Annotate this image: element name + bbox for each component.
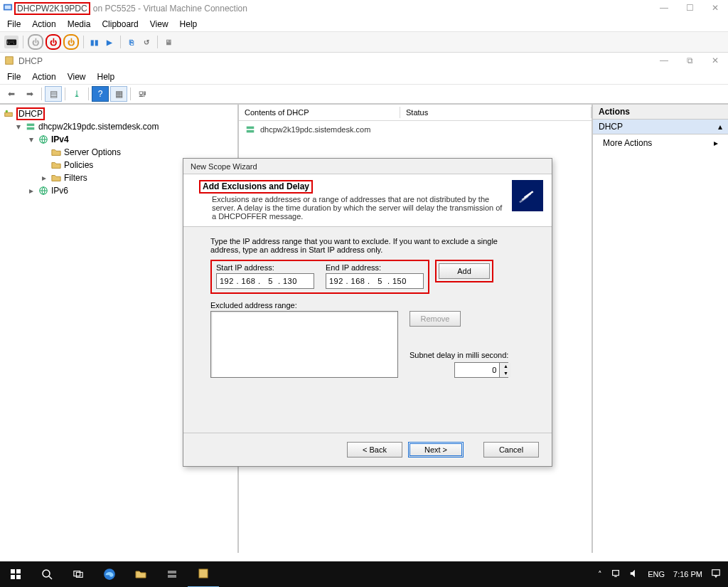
vmc-menu-action[interactable]: Action: [32, 19, 55, 29]
svg-point-4: [6, 110, 9, 113]
end-ip-input[interactable]: [326, 273, 424, 289]
excluded-range-label: Excluded address range:: [210, 301, 398, 310]
dhcp-title-text: DHCP: [18, 56, 43, 66]
vmc-maximize-button[interactable]: ☐: [677, 1, 702, 16]
pause-icon[interactable]: ▮▮: [88, 36, 101, 48]
taskbar-dhcp-icon[interactable]: [188, 561, 219, 587]
server-icon: [25, 121, 36, 132]
svg-rect-11: [11, 569, 15, 573]
vmc-menubar: File Action Media Clipboard View Help: [0, 17, 728, 32]
vmc-menu-file[interactable]: File: [7, 19, 21, 29]
server-icon: [245, 124, 256, 135]
enhanced-session-icon[interactable]: 🖥: [162, 36, 175, 48]
tree-ipv6[interactable]: IPv6: [51, 186, 68, 196]
tray-language[interactable]: ENG: [648, 570, 665, 578]
svg-rect-18: [76, 572, 82, 577]
svg-rect-13: [11, 575, 15, 579]
vmc-close-button[interactable]: ✕: [702, 1, 728, 16]
refresh-icon[interactable]: ▦: [110, 86, 127, 102]
turn-off-icon[interactable]: ⏻: [28, 34, 43, 50]
vmc-menu-media[interactable]: Media: [68, 19, 91, 29]
dhcp-menu-help[interactable]: Help: [97, 72, 115, 82]
spinner-up-icon[interactable]: ▲: [500, 363, 511, 370]
tray-notifications-icon[interactable]: [711, 569, 721, 580]
start-ip-input[interactable]: [216, 273, 314, 289]
tree-server-options[interactable]: Server Options: [64, 147, 121, 157]
svg-rect-26: [712, 570, 720, 576]
add-button[interactable]: Add: [439, 263, 490, 279]
tray-sound-icon[interactable]: [629, 569, 639, 580]
tray-up-icon[interactable]: ˄: [598, 570, 602, 579]
excluded-range-listbox[interactable]: [210, 311, 398, 378]
svg-rect-20: [168, 571, 176, 573]
reset-icon[interactable]: ▶: [103, 36, 116, 48]
vmc-titlebar: DHCPW2K19PDC on PC5525 - Virtual Machine…: [0, 0, 728, 17]
svg-rect-5: [27, 124, 35, 127]
checkpoint-icon[interactable]: ⎘: [125, 36, 138, 48]
content-row-server[interactable]: dhcpw2k19pdc.sistemdesk.com: [239, 121, 592, 138]
taskbar-edge-icon[interactable]: [94, 561, 125, 587]
dhcp-close-button[interactable]: ✕: [702, 53, 728, 69]
svg-rect-12: [16, 569, 21, 573]
save-state-icon[interactable]: ⏻: [63, 34, 79, 50]
taskbar-explorer-icon[interactable]: [125, 561, 156, 587]
svg-rect-22: [199, 569, 208, 578]
svg-rect-2: [6, 57, 14, 65]
nav-back-icon[interactable]: ⬅: [3, 86, 20, 102]
svg-rect-9: [247, 127, 255, 129]
dhcp-menu-action[interactable]: Action: [32, 72, 55, 82]
tree-root[interactable]: DHCP: [16, 107, 45, 120]
tray-clock[interactable]: 7:16 PM: [673, 570, 702, 579]
twist-ipv4[interactable]: ▾: [27, 134, 36, 144]
dhcp-toolbar: ⬅ ➡ ▤ ⤓ ? ▦ 🖳: [0, 85, 728, 104]
back-button[interactable]: < Back: [347, 442, 402, 458]
next-button[interactable]: Next >: [408, 442, 464, 458]
start-button[interactable]: [0, 561, 31, 587]
task-view-icon[interactable]: [63, 561, 94, 587]
taskbar-server-manager-icon[interactable]: [156, 561, 188, 587]
vmc-menu-view[interactable]: View: [150, 19, 168, 29]
shutdown-icon[interactable]: ⏻: [46, 34, 61, 50]
svg-rect-21: [168, 575, 176, 578]
tree-filters[interactable]: Filters: [64, 173, 87, 183]
revert-icon[interactable]: ↺: [140, 36, 153, 48]
ctrl-alt-del-icon[interactable]: ⌨: [4, 36, 18, 48]
tree-policies[interactable]: Policies: [64, 160, 93, 170]
tray-network-icon[interactable]: [611, 569, 621, 580]
twist-ipv6[interactable]: ▸: [27, 186, 36, 196]
dhcp-menu-view[interactable]: View: [68, 72, 86, 82]
subnet-delay-input[interactable]: [455, 365, 499, 375]
actions-more-actions[interactable]: More Actions ▸: [593, 134, 728, 152]
svg-rect-3: [5, 112, 13, 116]
actions-group[interactable]: DHCP ▴: [593, 120, 728, 134]
remove-button[interactable]: Remove: [410, 311, 461, 327]
server-manage-icon[interactable]: 🖳: [134, 86, 151, 102]
tree-ipv4[interactable]: IPv4: [51, 134, 69, 144]
vmc-minimize-button[interactable]: ―: [651, 1, 677, 16]
subnet-delay-spinner[interactable]: ▲ ▼: [454, 362, 508, 378]
tree-server[interactable]: dhcpw2k19pdc.sistemdesk.com: [38, 122, 159, 132]
dhcp-menu-file[interactable]: File: [7, 72, 21, 82]
vmc-menu-clipboard[interactable]: Clipboard: [102, 19, 138, 29]
show-hide-tree-icon[interactable]: ▤: [45, 86, 62, 102]
wizard-heading: Add Exclusions and Delay: [199, 180, 313, 194]
help-icon[interactable]: ?: [92, 86, 109, 102]
dhcp-minimize-button[interactable]: ―: [651, 53, 677, 69]
dhcp-maximize-button[interactable]: ⧉: [677, 53, 702, 69]
twist-server[interactable]: ▾: [14, 122, 23, 132]
nav-forward-icon[interactable]: ➡: [21, 86, 38, 102]
content-col-status[interactable]: Status: [400, 107, 592, 118]
export-list-icon[interactable]: ⤓: [68, 86, 85, 102]
wizard-banner-icon: [512, 180, 543, 211]
actions-pane: Actions DHCP ▴ More Actions ▸: [593, 105, 728, 553]
twist-filters[interactable]: ▸: [40, 173, 48, 183]
folder-icon: [50, 159, 62, 171]
cancel-button[interactable]: Cancel: [483, 442, 539, 458]
end-ip-label: End IP address:: [326, 263, 424, 272]
vmc-menu-help[interactable]: Help: [180, 19, 198, 29]
submenu-arrow-icon: ▸: [714, 138, 718, 148]
search-icon[interactable]: [31, 561, 63, 587]
content-col-contents[interactable]: Contents of DHCP: [239, 107, 400, 118]
spinner-down-icon[interactable]: ▼: [500, 370, 511, 377]
vmc-title-hostname: DHCPW2K19PDC: [14, 2, 90, 15]
